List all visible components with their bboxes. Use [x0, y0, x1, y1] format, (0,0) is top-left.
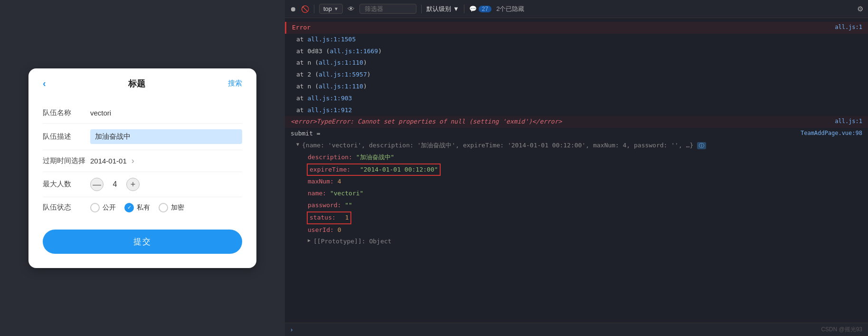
obj-proto-text: [[Prototype]]: Object	[313, 237, 391, 247]
issue-badge: 27	[479, 6, 491, 12]
max-num-row: 最大人数 — 4 +	[43, 172, 242, 197]
watermark-text: CSDN @摇光93	[821, 326, 862, 334]
clear-icon[interactable]: 🚫	[301, 5, 309, 13]
settings-icon[interactable]: ⚙	[857, 5, 863, 13]
stack-line-5: at n (all.js:1:110)	[285, 81, 868, 93]
hidden-count: 2个已隐藏	[496, 5, 524, 13]
card-title: 标题	[128, 78, 145, 89]
stack-line-7: at all.js:1:912	[285, 105, 868, 116]
obj-summary-text: {name: 'vectori', description: '加油奋战中', …	[302, 141, 862, 151]
log-level-button[interactable]: 默认级别 ▼	[426, 5, 459, 13]
obj-name-key: name:	[308, 189, 326, 199]
eye-icon[interactable]: 👁	[348, 5, 355, 13]
obj-userid-line: userId: 0	[285, 224, 868, 236]
left-panel: ‹ 标题 搜索 队伍名称 vectori 队伍描述 加油奋战中 过期时间选择 2…	[0, 0, 285, 336]
team-desc-label: 队伍描述	[43, 132, 90, 141]
obj-name-line: name: "vectori"	[285, 188, 868, 200]
obj-proto-line: ▶ [[Prototype]]: Object	[285, 236, 868, 248]
stepper-value: 4	[110, 180, 120, 189]
radio-label-encrypted: 加密	[171, 203, 184, 212]
submit-label-line: submit = TeamAddPage.vue:98	[285, 128, 868, 140]
expire-time-value: 2014-01-01	[90, 157, 127, 165]
stack-link-4[interactable]: all.js:1:5957	[319, 71, 367, 78]
back-button[interactable]: ‹	[43, 78, 46, 89]
devtools-panel: ⏺ 🚫 top ▼ 👁 默认级别 ▼ 💬 27 2个已隐藏 ⚙ E	[285, 0, 868, 336]
obj-password-line: password: ""	[285, 200, 868, 211]
obj-maxnum-line: maxNum: 4	[285, 176, 868, 188]
radio-circle-private	[124, 203, 134, 212]
stack-text-7: at all.js:1:912	[296, 106, 862, 115]
stack-link-7[interactable]: all.js:1:912	[307, 106, 352, 114]
stack-text-2: at 0d83 (all.js:1:1669)	[296, 47, 862, 57]
stack-line-6: at all.js:1:903	[285, 93, 868, 105]
filter-input[interactable]	[359, 4, 416, 14]
increment-button[interactable]: +	[126, 178, 140, 191]
stack-line-1: at all.js:1:1505	[285, 34, 868, 46]
stack-link-2[interactable]: all.js:1:1669	[330, 48, 378, 55]
log-level-arrow: ▼	[453, 5, 459, 12]
stack-text-1: at all.js:1:1505	[296, 35, 862, 45]
stack-line-3: at n (all.js:1:110)	[285, 57, 868, 69]
obj-description-line: description: "加油奋战中"	[285, 152, 868, 163]
decrement-button[interactable]: —	[90, 178, 104, 191]
team-status-row: 队伍状态 公开 私有 加密	[43, 197, 242, 218]
issue-bubble-icon: 💬	[469, 5, 477, 12]
bottom-bar: › CSDN @摇光93	[285, 323, 868, 336]
mobile-card: ‹ 标题 搜索 队伍名称 vectori 队伍描述 加油奋战中 过期时间选择 2…	[28, 68, 256, 268]
expire-time-selector[interactable]: 2014-01-01 ›	[90, 156, 134, 166]
stack-link-3[interactable]: all.js:1:110	[319, 59, 363, 66]
obj-name-value: "vectori"	[330, 189, 363, 199]
error-file-2[interactable]: all.js:1	[835, 117, 862, 126]
radio-circle-encrypted	[159, 203, 168, 212]
radio-encrypted[interactable]: 加密	[159, 203, 184, 212]
team-name-label: 队伍名称	[43, 108, 90, 117]
type-error-text: <error>TypeError: Cannot set properties …	[291, 117, 835, 127]
radio-public[interactable]: 公开	[90, 203, 116, 212]
expire-time-label: 过期时间选择	[43, 156, 90, 165]
obj-password-key: password:	[308, 201, 341, 211]
status-radio-group: 公开 私有 加密	[90, 203, 184, 212]
obj-userid-key: userId:	[308, 225, 334, 235]
team-status-label: 队伍状态	[43, 203, 90, 212]
stack-link-1[interactable]: all.js:1:1505	[307, 36, 356, 43]
team-name-row: 队伍名称 vectori	[43, 103, 242, 124]
obj-maxnum-key: maxNum:	[308, 177, 334, 187]
issue-count[interactable]: 💬 27	[469, 5, 491, 12]
expand-arrow-icon[interactable]: ▼	[296, 141, 299, 148]
error-file-1[interactable]: all.js:1	[835, 23, 862, 32]
obj-maxnum-value: 4	[338, 177, 341, 187]
error-header-text: Error	[292, 23, 835, 33]
submit-file[interactable]: TeamAddPage.vue:98	[801, 129, 862, 138]
obj-expiretime-line: expireTime: "2014-01-01 00:12:00"	[285, 163, 868, 176]
radio-label-public: 公开	[103, 203, 116, 212]
search-link[interactable]: 搜索	[228, 79, 242, 88]
obj-summary-line: ▼ {name: 'vectori', description: '加油奋战中'…	[285, 140, 868, 152]
team-desc-input[interactable]: 加油奋战中	[90, 129, 242, 144]
toolbar-separator-3	[464, 5, 464, 13]
log-level-label: 默认级别	[426, 5, 451, 13]
radio-label-private: 私有	[137, 203, 150, 212]
obj-status-line: status: 1	[285, 211, 868, 224]
context-selector[interactable]: top ▼	[319, 4, 343, 14]
proto-expand-icon[interactable]: ▶	[308, 237, 311, 244]
team-name-value: vectori	[90, 109, 242, 117]
stack-text-4: at 2 (all.js:1:5957)	[296, 70, 862, 80]
submit-button[interactable]: 提交	[43, 230, 242, 254]
error-header-line: Error all.js:1	[285, 22, 868, 34]
record-icon[interactable]: ⏺	[290, 5, 296, 13]
obj-expiretime-value: "2014-01-01 00:12:00"	[360, 165, 438, 175]
card-header: ‹ 标题 搜索	[43, 78, 242, 91]
submit-label-text: submit =	[291, 129, 801, 139]
obj-status-value: 1	[345, 213, 349, 223]
devtools-toolbar: ⏺ 🚫 top ▼ 👁 默认级别 ▼ 💬 27 2个已隐藏 ⚙	[285, 0, 868, 18]
stack-link-6[interactable]: all.js:1:903	[307, 95, 352, 102]
stack-line-2: at 0d83 (all.js:1:1669)	[285, 46, 868, 58]
number-stepper: — 4 +	[90, 178, 140, 191]
toolbar-separator-1	[314, 5, 314, 13]
obj-password-value: ""	[345, 201, 352, 211]
stack-link-5[interactable]: all.js:1:110	[319, 83, 363, 90]
console-input-arrow[interactable]: ›	[291, 326, 292, 333]
stack-text-3: at n (all.js:1:110)	[296, 58, 862, 68]
radio-private[interactable]: 私有	[124, 203, 150, 212]
type-error-line: <error>TypeError: Cannot set properties …	[285, 116, 868, 128]
